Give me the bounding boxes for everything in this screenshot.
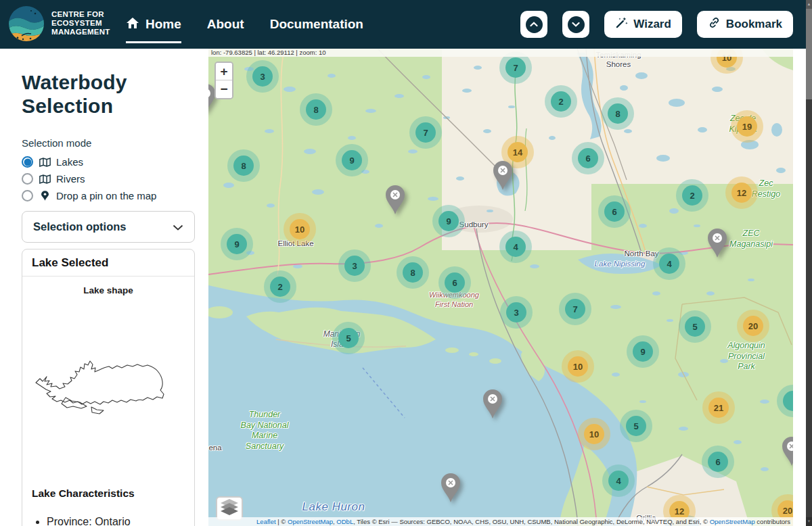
cluster-marker-teal[interactable]: 7 [415,122,436,143]
characteristic-item: Province: Ontario [47,516,194,526]
map-label: Elliot Lake [277,239,313,248]
scrollbar-up-arrow-icon[interactable]: ▲ [806,0,812,9]
map-container[interactable]: Temiskaming ShoresSudburyNorth BayElliot… [208,49,793,526]
app-root: CENTRE FOR ECOSYSTEM MANAGEMENT Home Abo… [0,0,812,526]
map-pin-marker[interactable] [492,160,514,191]
attribution-link[interactable]: OpenStreetMap [710,518,755,525]
cluster-marker-teal[interactable]: 9 [227,234,247,254]
cluster-marker-orange[interactable]: 10 [584,424,604,444]
cluster-marker-teal[interactable]: 4 [659,254,679,274]
cluster-marker-teal[interactable]: 6 [604,201,625,222]
map-icon [39,174,51,184]
cluster-marker-teal[interactable]: 5 [685,316,705,337]
map-label: ZEC Maganasipi [729,229,773,249]
lake-shape-title: Lake shape [22,285,194,295]
cluster-marker-teal[interactable]: 6 [578,148,598,168]
cluster-marker-teal[interactable]: 5 [626,416,646,436]
mode-label: Rivers [56,173,85,185]
attribution-link[interactable]: Leaflet [256,518,276,525]
selection-mode-row[interactable]: Lakes [22,153,198,170]
lake-selected-title: Lake Selected [22,249,194,277]
map-pin-marker[interactable] [482,389,503,420]
chevron-down-icon [568,16,585,33]
scrollbar-down-arrow-icon[interactable]: ▼ [806,517,812,526]
map-label: ena [208,443,221,452]
cluster-marker-teal[interactable]: 7 [505,57,526,78]
cluster-marker-teal[interactable]: 3 [506,302,526,322]
cluster-marker-teal[interactable]: 4 [505,237,526,257]
map-pin-marker[interactable] [440,473,461,504]
cluster-marker-teal[interactable]: 6 [708,452,728,472]
map-attribution: Leaflet | © OpenStreetMap, ODbL, Tiles ©… [208,517,793,526]
cluster-marker-teal[interactable]: 9 [342,150,362,170]
cluster-marker-teal[interactable]: 2 [270,277,290,297]
cluster-marker-teal[interactable]: 5 [338,328,359,348]
main-nav: Home About Documentation [126,0,363,49]
map-icon [39,158,51,167]
selection-options-label: Selection options [33,220,127,233]
radio-rivers[interactable] [22,173,33,185]
wizard-button[interactable]: Wizard [604,11,682,38]
cluster-marker-teal[interactable]: 2 [682,185,702,206]
cluster-marker-orange[interactable]: 14 [508,142,528,162]
cluster-marker-teal[interactable]: 7 [565,299,585,319]
cluster-marker-teal[interactable]: 4 [608,471,629,491]
lake-characteristics-list: Province: Ontario Identifier: wb_lak_018… [47,516,194,526]
brand-text: CENTRE FOR ECOSYSTEM MANAGEMENT [51,10,110,37]
page-title: Waterbody Selection [22,70,191,118]
brand-line: ECOSYSTEM [51,19,110,28]
map-pin-marker[interactable] [384,185,406,216]
radio-drop-pin[interactable] [22,190,33,201]
cluster-marker-teal[interactable]: 8 [306,99,326,120]
lake-shape-figure [26,308,190,456]
zoom-in-button[interactable]: + [216,63,232,80]
map-label: Lake Huron [302,500,365,514]
nav-item-home[interactable]: Home [126,0,181,49]
mode-label: Lakes [56,156,83,168]
expand-down-button[interactable] [562,11,589,38]
cluster-marker-teal[interactable] [783,391,793,411]
wizard-button-label: Wizard [633,18,671,31]
cluster-marker-teal[interactable]: 3 [344,256,365,276]
page-scrollbar[interactable]: ▲ ▼ [806,0,812,526]
nav-item-documentation[interactable]: Documentation [270,0,363,49]
nav-label: Home [145,17,181,32]
cluster-marker-teal[interactable]: 9 [633,341,653,362]
cluster-marker-teal[interactable]: 8 [403,262,423,283]
map-label: Algonquin Provincial Park [727,341,765,373]
lake-characteristics-title: Lake Characteristics [32,487,194,500]
attribution-link[interactable]: OpenStreetMap [288,518,333,525]
brand-line: MANAGEMENT [51,28,110,37]
cluster-marker-teal[interactable]: 8 [608,103,628,124]
cluster-marker-orange[interactable]: 10 [290,219,310,239]
bookmark-button[interactable]: Bookmark [697,11,793,38]
cluster-marker-orange[interactable]: 21 [708,398,729,418]
map-pin-marker[interactable] [781,436,793,467]
nav-item-about[interactable]: About [207,0,244,49]
radio-lakes[interactable] [22,156,33,168]
cluster-marker-teal[interactable]: 2 [551,91,571,112]
map-pin-marker[interactable] [706,228,728,259]
cluster-marker-orange[interactable]: 20 [743,316,763,336]
cluster-marker-orange[interactable]: 19 [737,116,757,137]
collapse-up-button[interactable] [520,11,547,38]
cluster-marker-orange[interactable]: 10 [568,356,588,377]
selection-mode-row[interactable]: Drop a pin on the map [22,187,198,204]
cluster-marker-teal[interactable]: 3 [252,66,273,87]
map-label: North Bay [624,249,658,258]
attribution-link[interactable]: ODbL [336,518,353,525]
header-actions: Wizard Bookmark [520,11,793,38]
cluster-marker-teal[interactable]: 9 [438,211,459,231]
brand-line: CENTRE FOR [51,10,110,19]
cluster-marker-teal[interactable]: 6 [445,272,465,293]
pin-icon [39,191,51,201]
scrollbar-thumb[interactable] [806,9,812,99]
link-icon [708,16,721,32]
nav-label: Documentation [270,17,363,32]
cluster-marker-orange[interactable]: 12 [731,183,752,203]
selection-options-toggle[interactable]: Selection options [22,211,195,243]
map-label: Thunder Bay National Marine Sanctuary [241,410,289,452]
zoom-out-button[interactable]: − [216,80,232,98]
cluster-marker-teal[interactable]: 8 [233,156,254,176]
selection-mode-row[interactable]: Rivers [22,170,198,187]
